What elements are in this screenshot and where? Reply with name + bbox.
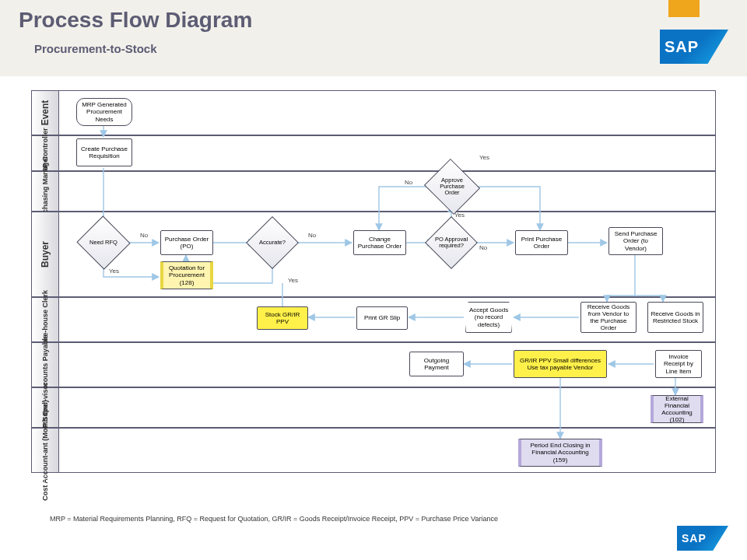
node-text: Purchase Order (PO): [163, 236, 210, 250]
sap-logo-footer: SAP: [677, 526, 728, 551]
decision-po-approval: PO Approval required?: [433, 224, 470, 261]
decision-accurate: Accurate?: [254, 224, 291, 261]
node-outgoing-payment: Outgoing Payment: [409, 352, 464, 376]
node-create-pr: Create Purchase Requisition: [76, 138, 132, 166]
node-text: MRP Generated Procurement Needs: [79, 101, 129, 123]
label-yes: Yes: [454, 212, 465, 219]
label-yes: Yes: [288, 277, 298, 284]
lane-apsup: AP Super-visor: [31, 387, 716, 428]
node-text: Send Purchase Order (to Vendor): [612, 230, 660, 252]
label-no: No: [479, 244, 487, 251]
node-receive-goods: Receive Goods from Vendor to the Purchas…: [580, 302, 637, 333]
label-no: No: [140, 232, 148, 239]
lane-event: Event: [31, 90, 716, 135]
lane-ap: Accounts Payable: [31, 342, 716, 387]
title: Process Flow Diagram: [19, 8, 252, 33]
label-yes: Yes: [109, 268, 119, 275]
node-text: External Financial Accounting (102): [656, 395, 698, 424]
node-print-gr-slip: Print GR Slip: [356, 306, 408, 330]
node-external-fa: External Financial Accounting (102): [651, 395, 703, 423]
node-grir-ppv: GR/IR PPV Small differences Use tax paya…: [514, 350, 607, 378]
node-text: Change Purchase Order: [356, 236, 403, 250]
node-mrp-needs: MRP Generated Procurement Needs: [76, 98, 132, 126]
subtitle: Procurement-to-Stock: [34, 42, 157, 55]
decision-need-rfq: Need RFQ: [84, 224, 123, 261]
node-print-po: Print Purchase Order: [515, 230, 568, 255]
slide-header: Process Flow Diagram Procurement-to-Stoc…: [0, 0, 747, 76]
decision-approve-po: Approve Purchase Order: [431, 168, 473, 205]
node-text: Stock GR/IR PPV: [260, 311, 305, 325]
node-text: Period End Closing in Financial Accounti…: [524, 442, 597, 464]
node-text: Accept Goods (no record defects): [468, 306, 509, 328]
node-period-end: Period End Closing in Financial Accounti…: [518, 439, 602, 467]
node-text: Receive Goods from Vendor to the Purchas…: [584, 303, 633, 332]
node-text: Print GR Slip: [364, 314, 400, 321]
node-change-po: Change Purchase Order: [353, 230, 406, 255]
node-receive-restricted: Receive Goods in Restricted Stock: [647, 302, 703, 333]
node-text: Approve Purchase Order: [432, 177, 472, 197]
label-yes: Yes: [479, 154, 489, 161]
lane-label-purmgr: Pur-chasing Manager: [32, 172, 59, 211]
node-text: Quotation for Procurement (128): [166, 264, 208, 286]
node-accept-goods: Accept Goods (no record defects): [465, 302, 512, 333]
node-quotation: Quotation for Procurement (128): [160, 261, 213, 289]
node-text: Receive Goods in Restricted Stock: [651, 310, 700, 324]
node-text: Invoice Receipt by Line Item: [658, 353, 699, 375]
node-text: Outgoing Payment: [412, 357, 461, 371]
node-stock-grir: Stock GR/IR PPV: [257, 306, 308, 330]
node-po: Purchase Order (PO): [160, 230, 213, 255]
node-send-po: Send Purchase Order (to Vendor): [608, 227, 663, 255]
footer-legend: MRP = Material Requirements Planning, RF…: [50, 515, 498, 523]
label-no: No: [405, 179, 412, 186]
node-text: Accurate?: [252, 240, 293, 246]
node-text: Print Purchase Order: [518, 236, 565, 250]
sap-logo: SAP: [660, 30, 728, 64]
label-no: No: [308, 232, 316, 239]
node-text: Need RFQ: [83, 240, 124, 246]
node-invoice-receipt: Invoice Receipt by Line Item: [655, 350, 702, 378]
lane-mrp: MRP Controller: [31, 135, 716, 171]
node-text: PO Approval required?: [431, 236, 472, 250]
brand-accent: [668, 0, 700, 17]
lane-label-cost: Cost Account-ant (Month End): [32, 429, 59, 472]
lane-purmgr: Pur-chasing Manager: [31, 171, 716, 212]
node-text: Create Purchase Requisition: [79, 145, 129, 159]
lane-label-ap: Accounts Payable: [32, 343, 59, 387]
node-text: GR/IR PPV Small differences Use tax paya…: [517, 357, 604, 371]
swimlane-container: Event MRP Controller Pur-chasing Manager…: [31, 90, 716, 509]
lane-cost: Cost Account-ant (Month End): [31, 428, 716, 473]
lane-label-buyer: Buyer: [32, 212, 59, 296]
